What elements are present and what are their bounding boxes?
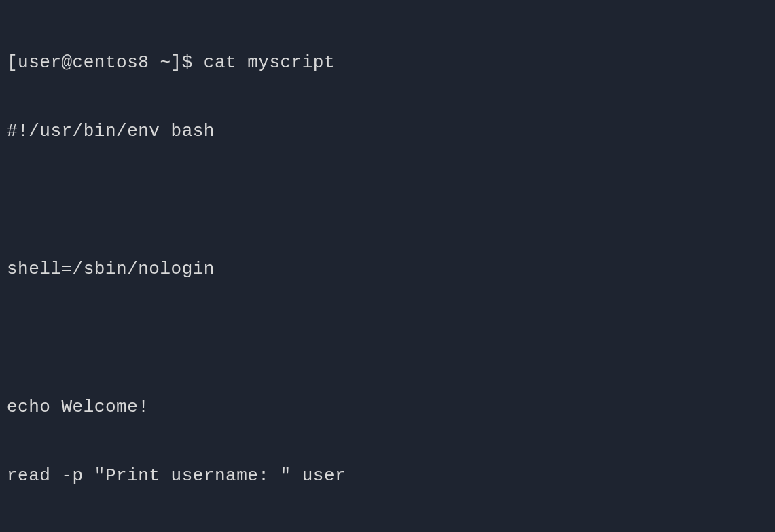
- terminal-line: [user@centos8 ~]$ cat myscript: [7, 52, 768, 75]
- terminal-line: [7, 327, 768, 350]
- terminal-line: shell=/sbin/nologin: [7, 258, 768, 281]
- terminal-window[interactable]: [user@centos8 ~]$ cat myscript #!/usr/bi…: [7, 5, 768, 532]
- terminal-line: #!/usr/bin/env bash: [7, 120, 768, 143]
- terminal-line: [7, 189, 768, 212]
- terminal-line: read -p "Print username: " user: [7, 465, 768, 488]
- terminal-line: echo Welcome!: [7, 396, 768, 419]
